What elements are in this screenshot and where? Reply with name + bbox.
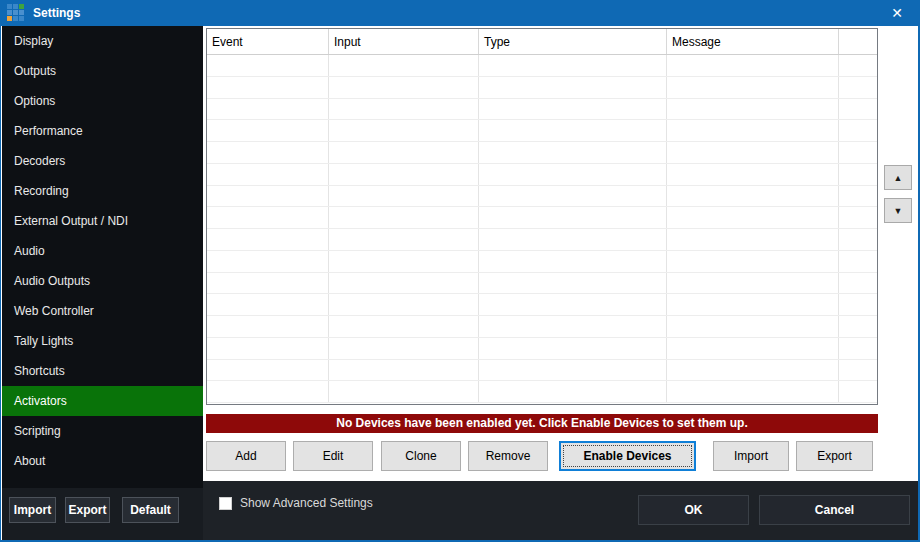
logo-square [13,10,18,15]
table-cell [207,360,329,381]
sidebar-item-display[interactable]: Display [2,26,203,56]
sidebar-item-web-controller[interactable]: Web Controller [2,296,203,326]
settings-window: Settings ✕ DisplayOutputsOptionsPerforma… [0,0,920,542]
table-row [207,55,877,77]
sidebar-item-decoders[interactable]: Decoders [2,146,203,176]
table-cell [479,120,667,141]
import-button[interactable]: Import [713,441,789,471]
table-cell [839,381,877,402]
table-cell [329,294,479,315]
sidebar-item-outputs[interactable]: Outputs [2,56,203,86]
show-advanced-settings-checkbox[interactable]: Show Advanced Settings [219,496,373,510]
scroll-down-button[interactable]: ▼ [884,198,912,223]
checkbox-icon [219,497,232,510]
table-cell [839,186,877,207]
sidebar-item-activators[interactable]: Activators [2,386,203,416]
table-cell [667,120,839,141]
close-icon[interactable]: ✕ [880,0,914,26]
table-row [207,164,877,186]
table-cell [839,77,877,98]
table-cell [329,316,479,337]
table-cell [207,316,329,337]
sidebar-item-options[interactable]: Options [2,86,203,116]
logo-square [7,4,12,9]
table-row [207,77,877,99]
table-cell [329,229,479,250]
table-cell [667,338,839,359]
table-cell [207,251,329,272]
sidebar-item-shortcuts[interactable]: Shortcuts [2,356,203,386]
table-cell [839,251,877,272]
sidebar-item-external-output-ndi[interactable]: External Output / NDI [2,206,203,236]
table-cell [329,186,479,207]
table-cell [479,251,667,272]
table-cell [207,164,329,185]
table-cell [329,142,479,163]
export-button[interactable]: Export [796,441,873,471]
table-cell [329,360,479,381]
enable-devices-button[interactable]: Enable Devices [559,441,696,471]
table-cell [839,360,877,381]
table-cell [207,142,329,163]
table-cell [479,207,667,228]
scroll-up-button[interactable]: ▲ [884,165,912,190]
table-cell [207,99,329,120]
remove-button[interactable]: Remove [468,441,548,471]
ok-button[interactable]: OK [638,495,749,525]
sidebar-footer: ImportExportDefault [2,488,203,540]
clone-button[interactable]: Clone [381,441,461,471]
sidebar-export-button[interactable]: Export [65,497,110,523]
column-header-spacer[interactable] [839,29,877,54]
table-cell [839,55,877,76]
warning-banner: No Devices have been enabled yet. Click … [206,414,878,433]
table-row [207,120,877,142]
sidebar-import-button[interactable]: Import [9,497,56,523]
activators-table[interactable]: EventInputTypeMessage [206,28,878,405]
table-cell [667,164,839,185]
table-row [207,99,877,121]
table-cell [667,316,839,337]
table-cell [329,338,479,359]
sidebar-item-recording[interactable]: Recording [2,176,203,206]
table-cell [207,381,329,402]
table-cell [839,207,877,228]
table-cell [329,55,479,76]
table-row [207,273,877,295]
column-header-input[interactable]: Input [329,29,479,54]
logo-square [19,10,24,15]
table-cell [207,338,329,359]
sidebar-default-button[interactable]: Default [122,497,179,523]
table-cell [839,142,877,163]
column-header-event[interactable]: Event [207,29,329,54]
table-row [207,186,877,208]
table-cell [479,273,667,294]
table-cell [207,273,329,294]
table-cell [479,186,667,207]
table-cell [839,164,877,185]
table-row [207,381,877,403]
table-cell [839,229,877,250]
table-cell [479,381,667,402]
table-cell [839,273,877,294]
table-cell [329,77,479,98]
bottom-bar: Show Advanced Settings OK Cancel [203,481,919,540]
column-header-type[interactable]: Type [479,29,667,54]
table-cell [667,229,839,250]
arrow-up-icon: ▲ [894,173,903,183]
sidebar-item-tally-lights[interactable]: Tally Lights [2,326,203,356]
sidebar-item-performance[interactable]: Performance [2,116,203,146]
sidebar-item-scripting[interactable]: Scripting [2,416,203,446]
edit-button[interactable]: Edit [293,441,373,471]
table-row [207,142,877,164]
sidebar-item-audio[interactable]: Audio [2,236,203,266]
arrow-down-icon: ▼ [894,206,903,216]
table-cell [667,207,839,228]
sidebar-item-about[interactable]: About [2,446,203,476]
sidebar-item-audio-outputs[interactable]: Audio Outputs [2,266,203,296]
column-header-message[interactable]: Message [667,29,839,54]
table-cell [479,294,667,315]
logo-square [13,16,18,21]
cancel-button[interactable]: Cancel [759,495,910,525]
table-cell [329,381,479,402]
add-button[interactable]: Add [206,441,286,471]
